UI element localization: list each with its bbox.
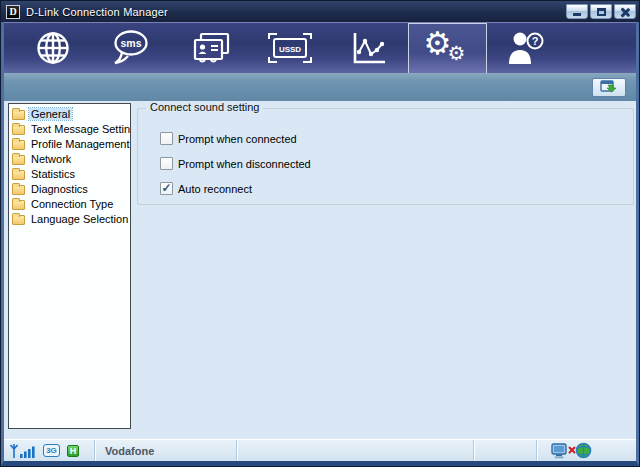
checkbox-prompt-when-connected[interactable]: Prompt when connected: [160, 132, 297, 145]
contacts-icon: [189, 29, 233, 67]
person-help-icon: ?: [505, 28, 549, 68]
sidebar-item-statistics[interactable]: Statistics: [9, 166, 130, 181]
window-controls: [566, 4, 636, 19]
app-window: D D-Link Connection Manager sms: [0, 0, 640, 467]
checkbox-box[interactable]: ✓: [160, 182, 173, 195]
folder-icon: [12, 170, 25, 180]
status-network-indicators: 3G H: [1, 440, 95, 461]
svg-text:USSD: USSD: [278, 45, 300, 54]
folder-icon: [12, 215, 25, 225]
network-3g-badge: 3G: [43, 444, 60, 457]
status-connection-section: [537, 440, 639, 461]
sidebar-item-diagnostics[interactable]: Diagnostics: [9, 181, 130, 196]
signal-strength-icon: [9, 443, 36, 459]
svg-text:sms: sms: [120, 37, 141, 49]
operator-name: Vodafone: [105, 445, 154, 457]
sidebar-item-connection-type[interactable]: Connection Type: [9, 196, 130, 211]
window-bottom-edge: [1, 461, 639, 466]
hspa-badge: H: [67, 445, 79, 457]
gears-icon: ⚙ ⚙: [422, 27, 474, 71]
settings-tree: General Text Message Setting Profile Man…: [8, 103, 131, 429]
maximize-button[interactable]: [590, 4, 612, 19]
sidebar-item-general[interactable]: General: [9, 106, 130, 121]
sidebar-item-text-message-setting[interactable]: Text Message Setting: [9, 121, 130, 136]
ussd-icon: USSD: [267, 30, 313, 66]
content-area: General Text Message Setting Profile Man…: [1, 101, 639, 439]
titlebar: D D-Link Connection Manager: [1, 1, 639, 22]
minimize-icon: [573, 13, 581, 16]
statistics-icon: [349, 29, 389, 67]
toolbar-help-button[interactable]: ?: [487, 23, 566, 73]
sidebar-item-network[interactable]: Network: [9, 151, 130, 166]
status-empty-section-2: [474, 440, 537, 461]
status-empty-section-1: [237, 440, 474, 461]
main-toolbar: sms USSD: [1, 22, 639, 73]
sub-toolbar: [1, 73, 639, 101]
toolbar-ussd-button[interactable]: USSD: [250, 23, 329, 73]
status-bar: 3G H Vodafone: [1, 439, 639, 461]
checkbox-box[interactable]: [160, 157, 173, 170]
folder-icon: [12, 155, 25, 165]
group-title: Connect sound setting: [146, 101, 263, 113]
svg-text:?: ?: [531, 35, 538, 47]
checkbox-box[interactable]: [160, 132, 173, 145]
sms-icon: sms: [110, 28, 154, 68]
checkbox-auto-reconnect[interactable]: ✓ Auto reconnect: [160, 182, 252, 195]
toolbar-statistics-button[interactable]: [329, 23, 408, 73]
minimize-to-tray-icon: [600, 80, 618, 94]
minimize-to-tray-button[interactable]: [592, 78, 626, 97]
folder-icon: [12, 200, 25, 210]
toolbar-contacts-button[interactable]: [171, 23, 250, 73]
status-operator-section: Vodafone: [95, 440, 237, 461]
toolbar-sms-button[interactable]: sms: [92, 23, 171, 73]
connect-sound-setting-group: Connect sound setting Prompt when connec…: [137, 108, 634, 205]
checkbox-prompt-when-disconnected[interactable]: Prompt when disconnected: [160, 157, 311, 170]
sidebar-item-profile-management[interactable]: Profile Management: [9, 136, 130, 151]
toolbar-settings-button[interactable]: ⚙ ⚙: [408, 23, 487, 73]
globe-icon: [34, 29, 72, 67]
toolbar-internet-button[interactable]: [13, 23, 92, 73]
folder-icon: [12, 110, 25, 120]
dlink-logo: D: [6, 5, 20, 19]
close-icon: [620, 7, 630, 17]
window-title: D-Link Connection Manager: [26, 6, 168, 18]
maximize-icon: [597, 8, 606, 16]
close-button[interactable]: [614, 4, 636, 19]
folder-icon: [12, 140, 25, 150]
minimize-button[interactable]: [566, 4, 588, 19]
sidebar-item-language-selection[interactable]: Language Selection: [9, 211, 130, 226]
folder-icon: [12, 185, 25, 195]
folder-icon: [12, 125, 25, 135]
connection-status-icon: [551, 442, 593, 460]
